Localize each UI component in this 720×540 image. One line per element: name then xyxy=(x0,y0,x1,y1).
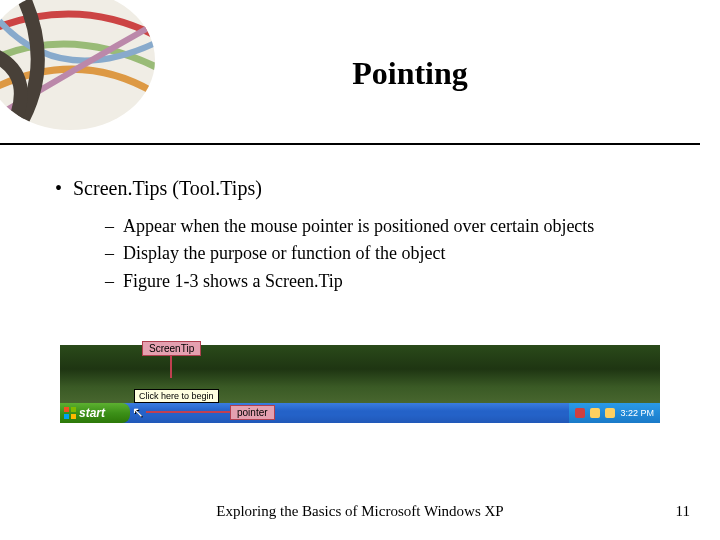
page-number: 11 xyxy=(676,503,690,520)
callout-line xyxy=(146,411,230,413)
sub-bullet-text: Appear when the mouse pointer is positio… xyxy=(123,214,594,238)
start-label: start xyxy=(79,406,105,420)
bullet-dash: – xyxy=(105,269,123,293)
windows-taskbar: start 3:22 PM xyxy=(60,403,660,423)
callout-pointer: pointer xyxy=(230,405,275,420)
screentip-tooltip: Click here to begin xyxy=(134,389,219,403)
bullet-dot: • xyxy=(55,175,73,202)
sub-bullet-text: Figure 1-3 shows a Screen.Tip xyxy=(123,269,343,293)
bullet-main-text: Screen.Tips (Tool.Tips) xyxy=(73,175,262,202)
sub-bullet-text: Display the purpose or function of the o… xyxy=(123,241,445,265)
windows-logo-icon xyxy=(64,407,76,419)
slide-footer: Exploring the Basics of Microsoft Window… xyxy=(0,503,720,520)
tray-icon xyxy=(605,408,615,418)
start-button[interactable]: start xyxy=(60,403,130,423)
system-tray: 3:22 PM xyxy=(569,403,660,423)
tray-clock: 3:22 PM xyxy=(620,408,654,418)
figure-screenshot: ScreenTip Click here to begin start 3:22… xyxy=(60,345,660,423)
bullet-dash: – xyxy=(105,214,123,238)
bullet-dash: – xyxy=(105,241,123,265)
slide-body: • Screen.Tips (Tool.Tips) – Appear when … xyxy=(0,145,720,293)
decorative-logo xyxy=(0,0,178,130)
callout-screentip: ScreenTip xyxy=(142,341,201,356)
tray-icon xyxy=(590,408,600,418)
tray-shield-icon xyxy=(575,408,585,418)
callout-line xyxy=(170,356,172,378)
